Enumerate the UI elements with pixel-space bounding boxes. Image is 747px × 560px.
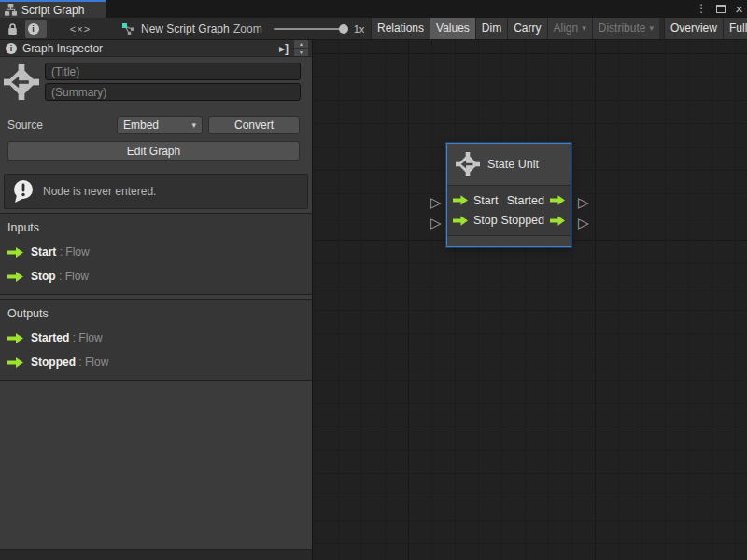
input-port-stop[interactable]: Stop bbox=[453, 214, 498, 227]
convert-button[interactable]: Convert bbox=[208, 116, 300, 134]
close-icon[interactable]: × bbox=[735, 1, 743, 17]
list-item: Started : Flow bbox=[0, 331, 312, 344]
lock-button[interactable] bbox=[3, 20, 22, 38]
inspector-empty-area bbox=[0, 381, 312, 549]
info-toggle-button[interactable]: i bbox=[25, 20, 47, 38]
inspector-title: Graph Inspector bbox=[22, 42, 279, 55]
chevron-down-icon: ▾ bbox=[649, 18, 654, 39]
panel-spinner: ▲ ▼ bbox=[294, 40, 308, 56]
flow-arrow-icon bbox=[7, 357, 23, 368]
warning-text: Node is never entered. bbox=[43, 185, 156, 198]
list-item: Start : Flow bbox=[0, 245, 312, 259]
dock-panel-button[interactable]: ▸] bbox=[279, 42, 289, 55]
zoom-slider[interactable] bbox=[274, 28, 346, 30]
info-icon: i bbox=[6, 43, 17, 54]
graph-title-section bbox=[0, 57, 312, 107]
state-unit-icon bbox=[456, 152, 480, 176]
outputs-section: Outputs Started : Flow Stopped : Flow bbox=[0, 299, 312, 381]
overview-button[interactable]: Overview bbox=[664, 18, 723, 39]
output-port-stopped[interactable]: Stopped bbox=[500, 214, 565, 227]
node-title: State Unit bbox=[487, 158, 539, 171]
info-icon: i bbox=[28, 23, 39, 35]
graph-inspector-header: i Graph Inspector ▸] ▲ ▼ bbox=[0, 40, 312, 57]
chevron-down-icon: ▾ bbox=[582, 18, 586, 39]
tab-script-graph[interactable]: Script Graph bbox=[0, 0, 106, 18]
graph-canvas[interactable]: ▷ ▷ ▷ ▷ State bbox=[314, 40, 747, 560]
warning-icon bbox=[12, 179, 35, 203]
lock-icon bbox=[7, 23, 18, 35]
port-connector-triangle[interactable]: ▷ bbox=[430, 216, 442, 230]
list-item: Stopped : Flow bbox=[0, 356, 312, 369]
tab-label: Script Graph bbox=[21, 4, 84, 17]
code-preview-button[interactable]: <×> bbox=[60, 20, 101, 38]
input-port-start[interactable]: Start bbox=[453, 194, 498, 207]
port-row: Start Started bbox=[453, 191, 565, 210]
scroll-down-button[interactable]: ▼ bbox=[294, 49, 308, 56]
script-graph-window: Script Graph ⋮ × i <×> bbox=[0, 0, 747, 560]
graph-inspector-panel: i Graph Inspector ▸] ▲ ▼ bbox=[0, 40, 313, 560]
carry-button[interactable]: Carry bbox=[507, 18, 546, 39]
chevron-down-icon: ▾ bbox=[191, 120, 196, 130]
source-value: Embed bbox=[123, 119, 159, 132]
align-dropdown: Align ▾ bbox=[547, 18, 592, 39]
tab-bar: Script Graph ⋮ × bbox=[0, 0, 747, 18]
maximize-icon[interactable] bbox=[716, 5, 726, 13]
dim-button[interactable]: Dim bbox=[475, 18, 507, 39]
inputs-title: Inputs bbox=[0, 221, 312, 234]
title-fields bbox=[45, 63, 301, 102]
state-unit-icon bbox=[4, 63, 39, 102]
new-script-graph-button[interactable]: New Script Graph bbox=[121, 18, 230, 39]
port-connector-triangle[interactable]: ▷ bbox=[578, 195, 589, 209]
kebab-menu-icon[interactable]: ⋮ bbox=[696, 0, 707, 18]
port-connector-triangle[interactable]: ▷ bbox=[430, 195, 442, 209]
edit-graph-button[interactable]: Edit Graph bbox=[7, 141, 300, 161]
inputs-section: Inputs Start : Flow Stop : Flow bbox=[0, 213, 312, 295]
flow-arrow-icon bbox=[453, 216, 468, 226]
flow-arrow-icon bbox=[7, 272, 23, 282]
toolbar-buttons: Relations Values Dim Carry Align ▾ Distr… bbox=[371, 18, 747, 39]
port-connector-triangle[interactable]: ▷ bbox=[578, 216, 589, 230]
list-item: Stop : Flow bbox=[0, 270, 312, 283]
new-graph-icon bbox=[121, 22, 135, 35]
flow-arrow-icon bbox=[7, 247, 23, 258]
zoom-value: 1x bbox=[354, 23, 365, 35]
node-footer bbox=[447, 235, 571, 246]
summary-input[interactable] bbox=[45, 83, 301, 101]
scroll-up-button[interactable]: ▲ bbox=[294, 40, 308, 48]
source-select[interactable]: Embed ▾ bbox=[117, 116, 203, 134]
flow-arrow-icon bbox=[7, 333, 23, 343]
distribute-dropdown: Distribute ▾ bbox=[592, 18, 659, 39]
graph-tab-icon bbox=[5, 4, 17, 16]
node-header[interactable]: State Unit bbox=[447, 144, 571, 186]
flow-arrow-icon bbox=[453, 195, 468, 205]
code-icon: <×> bbox=[70, 23, 91, 35]
window-controls: ⋮ × bbox=[696, 0, 743, 18]
graph-toolbar: i <×> New Script Graph Zoom 1x Relations… bbox=[0, 18, 747, 40]
port-row: Stop Stopped bbox=[453, 211, 565, 230]
zoom-slider-handle[interactable] bbox=[339, 24, 348, 34]
output-port-started[interactable]: Started bbox=[507, 194, 565, 207]
relations-button[interactable]: Relations bbox=[371, 18, 430, 39]
warning-box: Node is never entered. bbox=[4, 174, 308, 209]
title-input[interactable] bbox=[45, 63, 301, 80]
values-button[interactable]: Values bbox=[430, 18, 475, 39]
flow-arrow-icon bbox=[550, 195, 565, 205]
source-row: Source Embed ▾ Convert bbox=[7, 116, 300, 134]
outputs-title: Outputs bbox=[0, 307, 312, 320]
full-screen-button[interactable]: Full Screen bbox=[723, 18, 747, 39]
zoom-label: Zoom bbox=[233, 22, 262, 35]
flow-arrow-icon bbox=[550, 216, 565, 226]
source-label: Source bbox=[7, 119, 117, 132]
state-unit-node[interactable]: State Unit Start Started bbox=[446, 143, 571, 247]
node-body: Start Started Stop Stopp bbox=[447, 186, 571, 235]
zoom-control: Zoom 1x bbox=[233, 18, 364, 39]
new-graph-label: New Script Graph bbox=[141, 22, 230, 35]
panel-footer-strip bbox=[0, 549, 312, 560]
